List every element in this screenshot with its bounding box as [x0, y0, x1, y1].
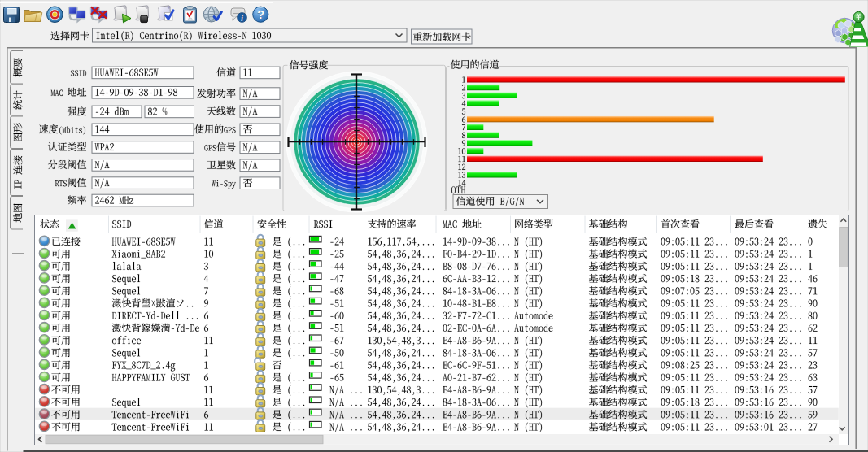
svg-text:?: ?	[257, 7, 264, 21]
svg-text:i: i	[241, 14, 243, 23]
